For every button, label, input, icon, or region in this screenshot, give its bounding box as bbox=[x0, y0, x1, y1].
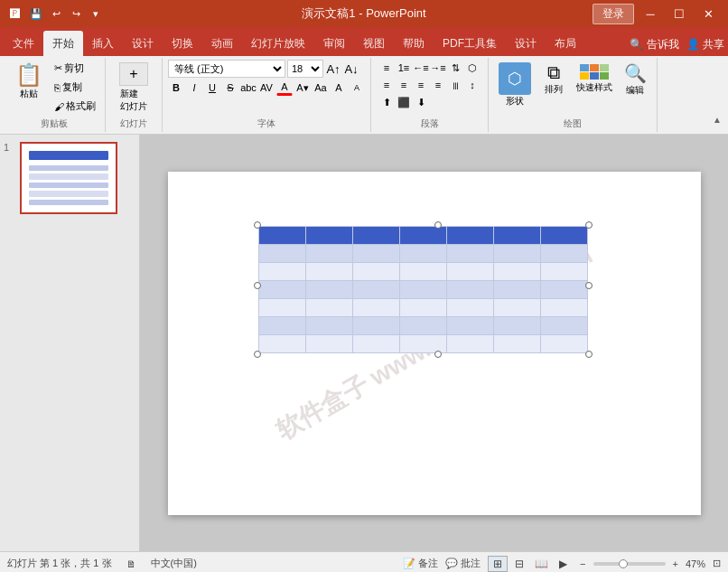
fit-to-window-button[interactable]: ⊡ bbox=[713, 558, 721, 569]
arrange-button[interactable]: ⧉ 排列 bbox=[537, 60, 570, 98]
para-align-top[interactable]: ⬆ bbox=[378, 94, 395, 110]
handle-tl[interactable] bbox=[254, 221, 261, 229]
cell-r2c3[interactable] bbox=[352, 244, 399, 262]
cell-r7c2[interactable] bbox=[305, 334, 352, 352]
align-right-button[interactable]: ≡ bbox=[413, 77, 429, 93]
underline-button[interactable]: U bbox=[204, 80, 220, 96]
justify-button[interactable]: ≡ bbox=[430, 77, 446, 93]
cell-r5c2[interactable] bbox=[305, 298, 352, 316]
cell-r2c6[interactable] bbox=[493, 244, 540, 262]
cell-h5[interactable] bbox=[446, 226, 493, 244]
reading-view-button[interactable]: 📖 bbox=[531, 556, 551, 572]
decrease-font-button[interactable]: A↓ bbox=[343, 61, 359, 77]
cell-r2c2[interactable] bbox=[305, 244, 352, 262]
line-spacing-button[interactable]: ↕ bbox=[464, 77, 481, 93]
columns-button[interactable]: ⫼ bbox=[447, 77, 463, 93]
cut-button[interactable]: ✂剪切 bbox=[51, 60, 99, 77]
decrease-indent-button[interactable]: ←≡ bbox=[413, 60, 429, 76]
slide-1-thumbnail[interactable] bbox=[20, 142, 117, 214]
handle-ml[interactable] bbox=[254, 282, 261, 289]
tab-insert[interactable]: 插入 bbox=[83, 31, 123, 56]
handle-tc[interactable] bbox=[434, 221, 442, 229]
italic-button[interactable]: I bbox=[186, 80, 202, 96]
handle-mr[interactable] bbox=[585, 282, 593, 289]
bold-button[interactable]: B bbox=[168, 80, 184, 96]
tab-design[interactable]: 设计 bbox=[123, 31, 163, 56]
cell-r2c7[interactable] bbox=[540, 244, 587, 262]
save-button[interactable]: 💾 bbox=[27, 5, 45, 23]
minimize-button[interactable]: ─ bbox=[638, 4, 663, 23]
handle-bl[interactable] bbox=[254, 351, 261, 358]
redo-button[interactable]: ↪ bbox=[67, 5, 85, 23]
cell-r5c7[interactable] bbox=[540, 298, 587, 316]
cell-r5c5[interactable] bbox=[446, 298, 493, 316]
language-indicator[interactable]: 中文(中国) bbox=[151, 557, 197, 570]
cell-r6c4[interactable] bbox=[399, 316, 446, 334]
change-case-button[interactable]: Aa bbox=[313, 80, 329, 96]
font-family-select[interactable]: 等线 (正文) bbox=[168, 60, 285, 78]
slideshow-button[interactable]: ▶ bbox=[553, 556, 573, 572]
cell-r4c2[interactable] bbox=[305, 280, 352, 298]
new-slide-button[interactable]: + 新建幻灯片 bbox=[111, 60, 156, 116]
format-painter-button[interactable]: 🖌格式刷 bbox=[51, 98, 99, 115]
tell-me-button[interactable]: 🔍 告诉我 bbox=[630, 37, 678, 52]
cell-h6[interactable] bbox=[493, 226, 540, 244]
cell-r5c4[interactable] bbox=[399, 298, 446, 316]
normal-view-button[interactable]: ⊞ bbox=[488, 556, 508, 572]
cell-r7c6[interactable] bbox=[493, 334, 540, 352]
cell-r6c1[interactable] bbox=[258, 316, 305, 334]
tab-animations[interactable]: 动画 bbox=[202, 31, 242, 56]
cell-r6c6[interactable] bbox=[493, 316, 540, 334]
cell-r3c2[interactable] bbox=[305, 262, 352, 280]
cell-r2c1[interactable] bbox=[258, 244, 305, 262]
cell-r6c5[interactable] bbox=[446, 316, 493, 334]
tab-file[interactable]: 文件 bbox=[4, 31, 43, 56]
editing-button[interactable]: 🔍 编辑 bbox=[619, 60, 651, 99]
copy-button[interactable]: ⎘复制 bbox=[51, 79, 99, 96]
tab-review[interactable]: 审阅 bbox=[314, 31, 354, 56]
cell-r6c3[interactable] bbox=[352, 316, 399, 334]
comments-button[interactable]: 💬 批注 bbox=[445, 557, 481, 570]
cell-h7[interactable] bbox=[540, 226, 587, 244]
para-align-mid[interactable]: ⬛ bbox=[396, 94, 412, 110]
cell-r2c5[interactable] bbox=[446, 244, 493, 262]
cell-r3c3[interactable] bbox=[352, 262, 399, 280]
handle-br[interactable] bbox=[585, 351, 593, 358]
cell-r5c6[interactable] bbox=[493, 298, 540, 316]
quick-styles-button[interactable]: 快速样式 bbox=[572, 60, 617, 97]
tab-pdf[interactable]: PDF工具集 bbox=[434, 31, 506, 56]
slide-canvas[interactable]: 软件盒子 www.ruanjianhe.com bbox=[168, 172, 701, 515]
tab-transitions[interactable]: 切换 bbox=[163, 31, 202, 56]
shapes-button[interactable]: ⬡ 形状 bbox=[494, 60, 536, 110]
cell-r3c4[interactable] bbox=[399, 262, 446, 280]
cell-r3c6[interactable] bbox=[493, 262, 540, 280]
font-size-large[interactable]: A bbox=[331, 80, 347, 96]
text-direction-button[interactable]: ⇅ bbox=[447, 60, 463, 76]
cell-r5c3[interactable] bbox=[352, 298, 399, 316]
shadow-button[interactable]: abc bbox=[240, 80, 257, 96]
restore-button[interactable]: ☐ bbox=[667, 4, 692, 23]
font-size-small[interactable]: A bbox=[349, 80, 365, 96]
zoom-level[interactable]: 47% bbox=[686, 558, 705, 569]
tab-help[interactable]: 帮助 bbox=[394, 31, 434, 56]
ribbon-collapse-button[interactable]: ▲ bbox=[710, 112, 724, 127]
cell-r4c6[interactable] bbox=[493, 280, 540, 298]
cell-r7c5[interactable] bbox=[446, 334, 493, 352]
cell-h1[interactable] bbox=[258, 226, 305, 244]
tab-design2[interactable]: 设计 bbox=[506, 31, 546, 56]
tab-home[interactable]: 开始 bbox=[43, 31, 83, 56]
numbering-button[interactable]: 1≡ bbox=[396, 60, 412, 76]
zoom-plus[interactable]: + bbox=[673, 558, 678, 569]
cell-r7c3[interactable] bbox=[352, 334, 399, 352]
handle-bc[interactable] bbox=[434, 351, 442, 358]
cell-h3[interactable] bbox=[352, 226, 399, 244]
convert-to-smartart-button[interactable]: ⬡ bbox=[464, 60, 481, 76]
cell-r7c4[interactable] bbox=[399, 334, 446, 352]
cell-r2c4[interactable] bbox=[399, 244, 446, 262]
font-color-button[interactable]: A bbox=[276, 80, 293, 96]
cell-r3c5[interactable] bbox=[446, 262, 493, 280]
cell-h4[interactable] bbox=[399, 226, 446, 244]
tab-layout[interactable]: 布局 bbox=[546, 31, 585, 56]
cell-r4c7[interactable] bbox=[540, 280, 587, 298]
zoom-minus[interactable]: − bbox=[580, 558, 585, 569]
